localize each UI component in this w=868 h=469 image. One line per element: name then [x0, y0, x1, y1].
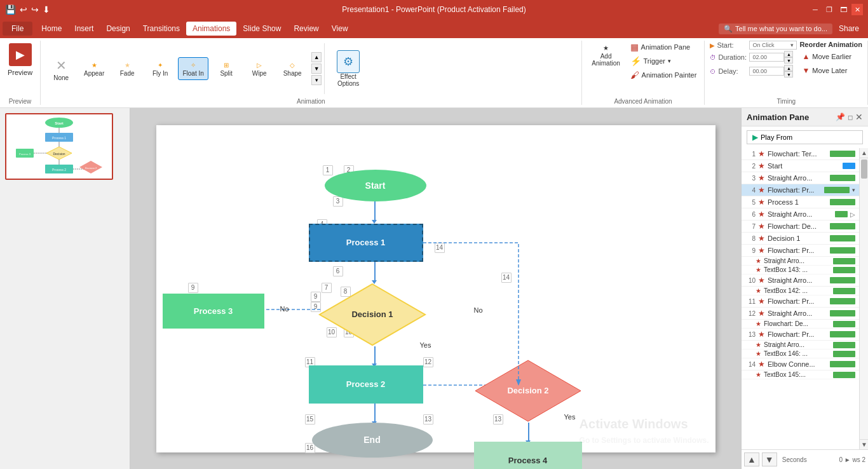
start-icon: ▶ [710, 42, 715, 49]
start-label: ▶ Start: [710, 41, 747, 49]
anim-item-8[interactable]: 8 ★ Decision 1 [742, 233, 859, 245]
anim-item-13b[interactable]: ★ TextBox 146: ... [742, 350, 859, 358]
anim-item-12[interactable]: 12 ★ Straight Arro... [742, 308, 859, 320]
anim-star-6: ★ [758, 210, 765, 219]
slide-thumbnail-1[interactable]: 1 ★ Start Process 1 Decision [5, 113, 125, 180]
animation-pane-expand-icon[interactable]: ◻ [848, 114, 853, 121]
duration-input[interactable]: 02.00 [749, 53, 784, 62]
effect-options-button[interactable]: ⚙ EffectOptions [327, 48, 369, 90]
process3-shape[interactable]: Process 3 [163, 294, 264, 329]
scroll-down-arrow[interactable]: ▼ [860, 439, 868, 449]
anim-item-5[interactable]: 5 ★ Process 1 [742, 196, 859, 208]
anim-item-14a[interactable]: ★ TextBox 145:... [742, 370, 859, 379]
preview-button[interactable]: ▶ Preview [5, 41, 35, 79]
anim-item-12a[interactable]: ★ Flowchart: De... [742, 320, 859, 329]
window-controls: ─ ❐ 🗖 ✕ [810, 4, 863, 15]
anim-flyin[interactable]: ✦ Fly In [145, 58, 175, 79]
anim-dropdown-4[interactable]: ▾ [852, 187, 855, 193]
effect-options-label: EffectOptions [332, 73, 364, 87]
anim-item-6[interactable]: 6 ★ Straight Arro... ▷ [742, 208, 859, 221]
anim-item-14[interactable]: 14 ★ Elbow Conne... [742, 358, 859, 370]
anim-num-13: 13 [745, 331, 756, 338]
restore-button[interactable]: ❐ [824, 4, 835, 15]
anim-item-10[interactable]: 10 ★ Straight Arro... [742, 275, 859, 287]
menu-transitions[interactable]: Transitions [137, 22, 186, 36]
process1-shape[interactable]: Process 1 [309, 224, 423, 262]
search-box[interactable]: 🔍 Tell me what you want to do... [719, 24, 832, 34]
anim-fade[interactable]: ★ Fade [112, 58, 142, 79]
trigger-label: Trigger [644, 57, 665, 65]
close-button[interactable]: ✕ [851, 4, 863, 15]
anim-item-4[interactable]: 4 ★ Flowchart: Pr... ▾ [742, 184, 859, 196]
maximize-button[interactable]: 🗖 [837, 4, 849, 15]
nav-up-arrow[interactable]: ▲ [744, 452, 759, 466]
scroll-down-button[interactable]: ▼ [311, 64, 322, 74]
process3-label: Process 3 [194, 306, 233, 316]
scroll-up-button[interactable]: ▲ [311, 52, 322, 62]
anim-wipe[interactable]: ▷ Wipe [244, 58, 275, 79]
process4-shape[interactable]: Process 4 [474, 442, 582, 470]
end-shape[interactable]: End [312, 423, 433, 458]
animation-pane-label: Animation Pane [641, 43, 691, 51]
anim-item-9a[interactable]: ★ Straight Arro... [742, 257, 859, 266]
anim-split[interactable]: ⊞ Split [211, 58, 241, 79]
menu-view[interactable]: View [325, 22, 355, 36]
anim-item-10a[interactable]: ★ TextBox 142: ... [742, 287, 859, 296]
minimize-button[interactable]: ─ [810, 4, 821, 15]
anim-item-13[interactable]: 13 ★ Flowchart: Pr... [742, 329, 859, 341]
save-icon[interactable]: 💾 [5, 4, 16, 15]
redo-icon[interactable]: ↪ [31, 4, 39, 15]
anim-play-6: ▷ [850, 211, 855, 218]
menu-insert[interactable]: Insert [68, 22, 100, 36]
move-later-icon: ▼ [802, 66, 810, 75]
add-animation-button[interactable]: ★ Add Animation [587, 41, 625, 69]
start-dropdown[interactable]: On Click ▾ [749, 41, 797, 50]
anim-item-9b[interactable]: ★ TextBox 143: ... [742, 266, 859, 275]
nav-down-arrow[interactable]: ▼ [762, 452, 777, 466]
anim-appear[interactable]: ★ Appear [79, 58, 109, 79]
animation-pane-close-button[interactable]: ✕ [855, 112, 863, 122]
decision1-shape[interactable]: Decision 1 [318, 283, 426, 346]
anim-num-1: 1 [745, 151, 756, 158]
anim-item-2[interactable]: 2 ★ Start [742, 160, 859, 172]
num-badge-15: 15 [305, 414, 315, 425]
delay-up[interactable]: ▲ [784, 65, 793, 71]
animation-pane-button[interactable]: ▦ Animation Pane [628, 41, 700, 53]
move-later-button[interactable]: ▼ Move Later [799, 65, 862, 76]
delay-input[interactable]: 00.00 [749, 67, 784, 76]
move-earlier-button[interactable]: ▲ Move Earlier [799, 51, 862, 62]
scroll-more-button[interactable]: ▾ [311, 75, 322, 85]
menu-animations[interactable]: Animations [186, 22, 236, 36]
scroll-up-arrow[interactable]: ▲ [860, 148, 868, 158]
search-icon: 🔍 [724, 25, 733, 33]
menu-file[interactable]: File [3, 22, 32, 36]
menu-home[interactable]: Home [35, 22, 68, 36]
animation-pane-pin-icon[interactable]: 📌 [836, 112, 845, 121]
anim-star-14a: ★ [756, 371, 761, 378]
anim-shape[interactable]: ◇ Shape [277, 58, 308, 79]
duration-up[interactable]: ▲ [784, 51, 793, 57]
trigger-button[interactable]: ⚡ Trigger ▾ [628, 55, 700, 67]
delay-down[interactable]: ▼ [784, 71, 793, 78]
process2-shape[interactable]: Process 2 [309, 365, 423, 404]
anim-item-9[interactable]: 9 ★ Flowchart: Pr... [742, 245, 859, 257]
customize-icon[interactable]: ⬇ [43, 4, 50, 15]
menu-design[interactable]: Design [100, 22, 136, 36]
animation-painter-button[interactable]: 🖌 Animation Painter [628, 69, 700, 81]
anim-floatin[interactable]: ✧ Float In [178, 57, 208, 80]
anim-item-1[interactable]: 1 ★ Flowchart: Ter... [742, 148, 859, 160]
share-button[interactable]: Share [832, 22, 865, 36]
menu-slideshow[interactable]: Slide Show [236, 22, 287, 36]
duration-row: ⏱ Duration: 02.00 ▲ ▼ [710, 51, 797, 64]
play-from-button[interactable]: ▶ Play From [747, 130, 863, 144]
anim-item-7[interactable]: 7 ★ Flowchart: De... [742, 221, 859, 233]
anim-item-11[interactable]: 11 ★ Flowchart: Pr... [742, 296, 859, 308]
duration-down[interactable]: ▼ [784, 57, 793, 64]
anim-none[interactable]: ✕ None [46, 54, 76, 84]
scroll-thumb[interactable] [861, 160, 867, 179]
anim-item-13a[interactable]: ★ Straight Arro... [742, 341, 859, 350]
anim-item-3[interactable]: 3 ★ Straight Arro... [742, 172, 859, 184]
menu-review[interactable]: Review [287, 22, 325, 36]
start-shape[interactable]: Start [325, 170, 426, 201]
undo-icon[interactable]: ↩ [20, 4, 27, 15]
